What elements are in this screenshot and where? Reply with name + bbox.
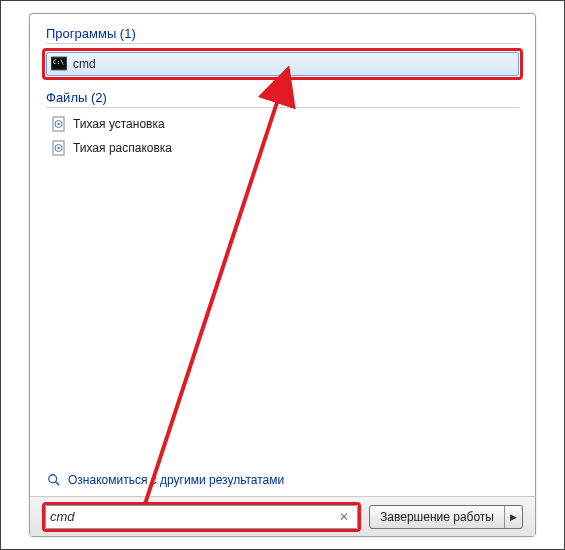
batch-file-icon [51, 140, 67, 156]
annotation-highlight-result: C:\ cmd [42, 48, 523, 80]
search-field-container: ✕ [45, 505, 358, 529]
result-item-file[interactable]: Тихая распаковка [46, 136, 519, 160]
shutdown-label: Завершение работы [370, 506, 504, 528]
start-menu-panel: Программы (1) C:\ cmd Файлы (2) [29, 13, 536, 537]
result-item-file[interactable]: Тихая установка [46, 112, 519, 136]
see-more-label: Ознакомиться с другими результатами [68, 473, 284, 487]
svg-point-8 [49, 475, 57, 483]
bottom-bar: ✕ Завершение работы ▶ [30, 496, 535, 536]
svg-line-9 [56, 482, 60, 486]
result-item-cmd[interactable]: C:\ cmd [46, 52, 519, 76]
batch-file-icon [51, 116, 67, 132]
programs-section-header: Программы (1) [46, 26, 519, 44]
shutdown-dropdown-arrow[interactable]: ▶ [504, 506, 522, 528]
clear-search-icon[interactable]: ✕ [335, 510, 353, 524]
svg-point-4 [57, 123, 59, 125]
search-results: Программы (1) C:\ cmd Файлы (2) [30, 14, 535, 168]
result-label: Тихая установка [73, 117, 165, 131]
search-icon [46, 472, 62, 488]
svg-point-7 [57, 147, 59, 149]
search-input[interactable] [50, 509, 335, 524]
cmd-icon: C:\ [51, 56, 67, 72]
annotation-highlight-search: ✕ [42, 502, 361, 532]
files-section: Файлы (2) Тихая установка [46, 90, 519, 160]
files-section-header: Файлы (2) [46, 90, 519, 108]
see-more-results-link[interactable]: Ознакомиться с другими результатами [46, 472, 284, 488]
shutdown-button[interactable]: Завершение работы ▶ [369, 505, 523, 529]
result-label: Тихая распаковка [73, 141, 172, 155]
result-label: cmd [73, 57, 96, 71]
svg-text:C:\: C:\ [53, 58, 64, 65]
